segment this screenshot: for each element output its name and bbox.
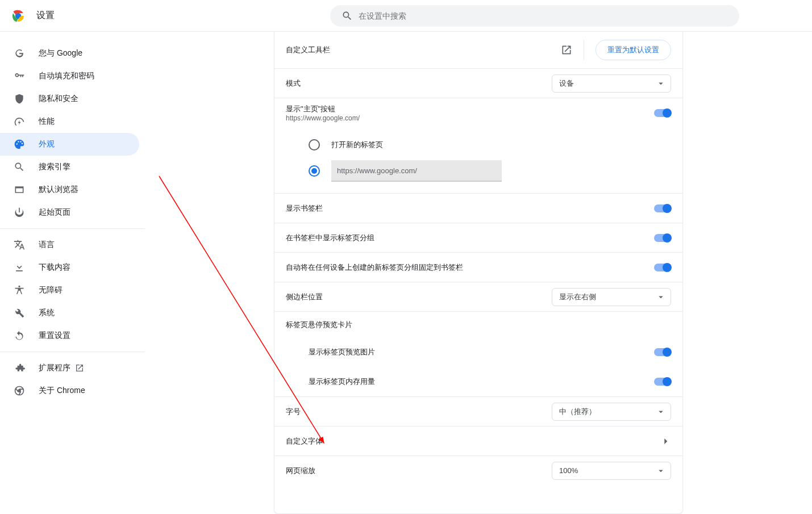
sidebar-item-label: 搜索引擎 bbox=[39, 162, 70, 172]
home-url-input[interactable] bbox=[331, 160, 502, 182]
reset-default-button[interactable]: 重置为默认设置 bbox=[596, 40, 671, 60]
sidebar-item-label: 隐私和安全 bbox=[39, 94, 78, 104]
chevron-right-icon bbox=[660, 436, 671, 447]
sidebar-item-label: 起始页面 bbox=[39, 207, 70, 218]
row-label: 显示标签页预览图片 bbox=[309, 347, 375, 357]
sidebar-item-label: 系统 bbox=[39, 308, 55, 318]
download-icon bbox=[14, 262, 25, 273]
reset-icon bbox=[14, 330, 25, 341]
sidebar-item-performance[interactable]: 性能 bbox=[0, 110, 139, 133]
show-tab-groups-row: 在书签栏中显示标签页分组 bbox=[274, 223, 682, 252]
hover-card-header-row: 标签页悬停预览卡片 bbox=[274, 311, 682, 337]
home-page-radio-group: 打开新的标签页 bbox=[274, 127, 682, 193]
divider bbox=[584, 40, 584, 60]
shield-icon bbox=[14, 93, 25, 105]
show-bookmarks-row: 显示书签栏 bbox=[274, 193, 682, 223]
search-box[interactable] bbox=[330, 5, 739, 27]
sidebar-item-downloads[interactable]: 下载内容 bbox=[0, 256, 139, 279]
sidebar-item-accessibility[interactable]: 无障碍 bbox=[0, 279, 139, 302]
sidebar-item-label: 重置设置 bbox=[39, 331, 70, 341]
sidebar-item-label: 无障碍 bbox=[39, 285, 63, 295]
power-icon bbox=[14, 207, 25, 218]
sidebar-item-privacy[interactable]: 隐私和安全 bbox=[0, 87, 139, 110]
chevron-down-icon bbox=[656, 407, 666, 417]
sidebar-item-on-startup[interactable]: 起始页面 bbox=[0, 201, 139, 224]
sidebar-item-you-and-google[interactable]: 您与 Google bbox=[0, 42, 139, 65]
pin-tab-groups-row: 自动将在任何设备上创建的新标签页分组固定到书签栏 bbox=[274, 252, 682, 282]
chevron-down-icon bbox=[656, 466, 666, 476]
sidebar-item-label: 性能 bbox=[39, 116, 55, 127]
show-bookmarks-toggle[interactable] bbox=[654, 204, 671, 212]
show-home-toggle[interactable] bbox=[654, 109, 671, 117]
radio-label: 打开新的标签页 bbox=[331, 140, 383, 150]
sidebar-item-label: 语言 bbox=[39, 240, 55, 250]
show-memory-row: 显示标签页内存用量 bbox=[274, 367, 682, 396]
show-tab-groups-toggle[interactable] bbox=[654, 234, 671, 242]
search-icon bbox=[14, 161, 25, 173]
topbar: 设置 bbox=[0, 0, 812, 32]
search-input[interactable] bbox=[359, 11, 728, 20]
side-panel-row: 侧边栏位置 显示在右侧 bbox=[274, 282, 682, 311]
chevron-down-icon bbox=[656, 292, 666, 302]
wrench-icon bbox=[14, 307, 25, 319]
sidebar-item-languages[interactable]: 语言 bbox=[0, 233, 139, 256]
row-label: 侧边栏位置 bbox=[286, 292, 323, 302]
translate-icon bbox=[14, 239, 25, 250]
radio-custom-url[interactable] bbox=[309, 165, 320, 177]
row-label: 字号 bbox=[286, 407, 301, 417]
sidebar-item-appearance[interactable]: 外观 bbox=[0, 133, 139, 156]
radio-new-tab[interactable] bbox=[309, 139, 320, 151]
google-g-icon bbox=[14, 48, 25, 59]
row-label: 显示"主页"按钮 bbox=[286, 104, 360, 114]
open-in-new-icon[interactable] bbox=[561, 44, 572, 56]
sidebar-item-label: 您与 Google bbox=[39, 48, 82, 58]
mode-select[interactable]: 设备 bbox=[552, 74, 671, 93]
sidebar-item-system[interactable]: 系统 bbox=[0, 302, 139, 324]
settings-card: 自定义工具栏 重置为默认设置 模式 设备 显示"主页"按钮 https://ww… bbox=[274, 32, 683, 514]
customize-toolbar-row[interactable]: 自定义工具栏 重置为默认设置 bbox=[274, 32, 682, 68]
pin-tab-groups-toggle[interactable] bbox=[654, 264, 671, 271]
sidebar-item-label: 下载内容 bbox=[39, 262, 70, 273]
show-memory-toggle[interactable] bbox=[654, 378, 671, 386]
app-title: 设置 bbox=[36, 10, 55, 22]
sidebar-item-label: 关于 Chrome bbox=[39, 386, 85, 396]
row-label: 自定义工具栏 bbox=[286, 45, 330, 55]
accessibility-icon bbox=[14, 285, 25, 296]
mode-row: 模式 设备 bbox=[274, 68, 682, 98]
extension-icon bbox=[14, 362, 25, 374]
row-label: 自动将在任何设备上创建的新标签页分组固定到书签栏 bbox=[286, 262, 463, 273]
page-zoom-row: 网页缩放 100% bbox=[274, 456, 682, 485]
chrome-logo-icon bbox=[11, 9, 25, 23]
chevron-down-icon bbox=[656, 78, 666, 89]
sidebar-item-label: 自动填充和密码 bbox=[39, 71, 94, 81]
row-label: 显示标签页内存用量 bbox=[309, 377, 375, 387]
sidebar-separator bbox=[0, 352, 145, 352]
sidebar: 您与 Google 自动填充和密码 隐私和安全 性能 外观 搜索引擎 默认浏览器… bbox=[0, 32, 145, 514]
sidebar-item-label: 外观 bbox=[39, 139, 55, 149]
sidebar-item-autofill[interactable]: 自动填充和密码 bbox=[0, 65, 139, 87]
font-size-row: 字号 中（推荐） bbox=[274, 396, 682, 426]
row-label: 自定义字体 bbox=[286, 436, 323, 446]
show-preview-image-toggle[interactable] bbox=[654, 348, 671, 356]
row-sublabel: https://www.google.com/ bbox=[286, 114, 360, 122]
show-preview-image-row: 显示标签页预览图片 bbox=[274, 337, 682, 367]
browser-icon bbox=[14, 184, 25, 195]
page-zoom-select[interactable]: 100% bbox=[552, 462, 671, 480]
key-icon bbox=[14, 70, 25, 82]
sidebar-item-reset[interactable]: 重置设置 bbox=[0, 324, 139, 347]
show-home-row: 显示"主页"按钮 https://www.google.com/ bbox=[274, 98, 682, 127]
row-label: 标签页悬停预览卡片 bbox=[286, 320, 352, 330]
sidebar-item-about-chrome[interactable]: 关于 Chrome bbox=[0, 379, 139, 402]
chrome-icon bbox=[14, 385, 25, 396]
font-size-select[interactable]: 中（推荐） bbox=[552, 403, 671, 421]
row-label: 网页缩放 bbox=[286, 466, 315, 476]
search-icon bbox=[342, 10, 353, 22]
custom-fonts-row[interactable]: 自定义字体 bbox=[274, 426, 682, 456]
side-panel-select[interactable]: 显示在右侧 bbox=[552, 288, 671, 306]
palette-icon bbox=[14, 139, 25, 150]
sidebar-item-extensions[interactable]: 扩展程序 bbox=[0, 357, 139, 379]
sidebar-item-search-engine[interactable]: 搜索引擎 bbox=[0, 156, 139, 178]
sidebar-separator bbox=[0, 228, 145, 229]
main-content: 自定义工具栏 重置为默认设置 模式 设备 显示"主页"按钮 https://ww… bbox=[145, 32, 812, 514]
sidebar-item-default-browser[interactable]: 默认浏览器 bbox=[0, 178, 139, 201]
